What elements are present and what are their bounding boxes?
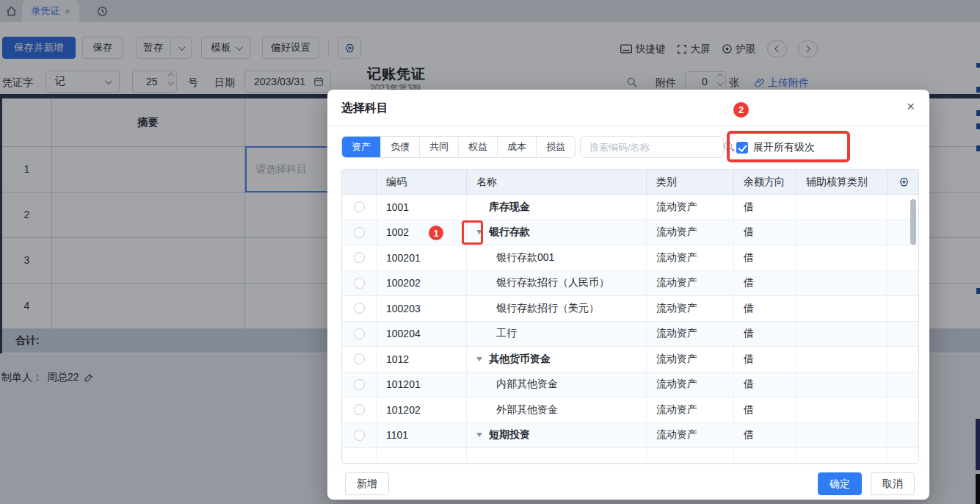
subject-code-text: 100204: [386, 328, 421, 339]
expand-caret[interactable]: [476, 357, 489, 361]
subject-code-text: 1001: [386, 201, 409, 213]
subject-code: 101202: [377, 397, 467, 422]
close-icon[interactable]: ×: [907, 99, 915, 113]
subject-aux-type: [796, 322, 888, 347]
subject-radio[interactable]: [342, 423, 377, 448]
subject-direction: 借: [734, 322, 796, 347]
expand-caret[interactable]: [476, 433, 489, 437]
subject-tab-2[interactable]: 负债: [380, 137, 419, 157]
subject-row-100202[interactable]: 100202银行存款招行（人民币）流动资产借: [342, 271, 918, 297]
subject-row-100203[interactable]: 100203银行存款招行（美元）流动资产借: [342, 296, 918, 322]
triangle-down-icon: [476, 433, 482, 437]
subject-row-end: [888, 397, 919, 422]
subject-name: 外部其他资金: [467, 397, 647, 422]
subject-table-header: 编码 名称 类别 余额方向 辅助核算类别: [342, 170, 918, 195]
subject-row-100204[interactable]: 100204工行流动资产借: [342, 322, 918, 348]
radio-icon[interactable]: [354, 227, 365, 238]
table-scrollbar-thumb[interactable]: [910, 199, 916, 245]
column-settings-button[interactable]: [888, 170, 919, 194]
subject-aux-type: [796, 372, 888, 397]
subject-aux-type: [796, 220, 888, 245]
expand-all-checkbox[interactable]: [736, 142, 748, 154]
subject-category: 流动资产: [647, 245, 734, 270]
subject-row-end: [888, 296, 919, 321]
expand-caret[interactable]: [476, 230, 489, 234]
subject-name: 银行存款001: [467, 245, 647, 270]
search-icon[interactable]: [723, 141, 735, 153]
subject-category: 流动资产: [647, 220, 734, 245]
subject-category: 流动资产: [647, 195, 734, 220]
subject-radio[interactable]: [342, 347, 377, 372]
subject-row-end: [888, 423, 919, 448]
subject-radio[interactable]: [342, 397, 377, 422]
subject-direction: 借: [734, 220, 796, 245]
subject-code: 1012: [377, 347, 467, 372]
screen: 录凭证 × 保存并新增 保存 暂存 模板 偏好设置 快捷键: [0, 0, 980, 504]
subject-code: 1002: [377, 220, 467, 245]
subject-radio[interactable]: [342, 245, 377, 270]
subject-radio[interactable]: [342, 220, 377, 245]
subject-name-text: 工行: [496, 327, 517, 340]
subject-category: 流动资产: [647, 397, 734, 422]
subject-name: 其他货币资金: [467, 347, 647, 372]
subject-aux-type: [796, 245, 888, 270]
subject-tab-1[interactable]: 资产: [342, 137, 380, 157]
radio-icon[interactable]: [354, 303, 365, 314]
subject-radio[interactable]: [342, 372, 377, 397]
subject-radio[interactable]: [342, 195, 377, 220]
subject-search-input[interactable]: [581, 142, 723, 153]
empty-cell: [467, 448, 647, 464]
subject-radio[interactable]: [342, 322, 377, 347]
radio-icon[interactable]: [354, 353, 365, 364]
subject-name-text: 外部其他资金: [496, 403, 558, 417]
subject-direction: 借: [734, 271, 796, 296]
subject-direction: 借: [734, 372, 796, 397]
subject-row-101202[interactable]: 101202外部其他资金流动资产借: [342, 397, 918, 423]
radio-icon[interactable]: [354, 252, 365, 263]
subject-code: 100202: [377, 271, 467, 296]
subject-row-101201[interactable]: 101201内部其他资金流动资产借: [342, 372, 918, 398]
subject-code-text: 101201: [386, 378, 421, 390]
subject-radio[interactable]: [342, 296, 377, 321]
dialog-footer: 新增 确定 取消: [327, 464, 929, 500]
empty-cell: [342, 448, 377, 464]
radio-icon[interactable]: [354, 404, 365, 415]
subject-tab-6[interactable]: 损益: [536, 137, 575, 157]
radio-icon[interactable]: [354, 201, 365, 212]
subject-row-1101[interactable]: 1101短期投资流动资产借: [342, 423, 918, 449]
subject-row-end: [888, 347, 919, 372]
subject-search-box[interactable]: [580, 136, 724, 158]
empty-cell: [377, 448, 467, 464]
code-column-header: 编码: [377, 170, 467, 194]
subject-name: 库存现金: [467, 195, 647, 220]
radio-icon[interactable]: [354, 328, 365, 339]
subject-direction: 借: [734, 296, 796, 321]
subject-name-text: 库存现金: [489, 201, 530, 214]
subject-name: 工行: [467, 322, 647, 347]
expand-all-levels-control[interactable]: 展开所有级次: [736, 141, 815, 154]
cancel-button[interactable]: 取消: [871, 472, 915, 495]
subject-row-1012[interactable]: 1012其他货币资金流动资产借: [342, 347, 918, 372]
add-subject-button[interactable]: 新增: [345, 472, 389, 495]
subject-aux-type: [796, 423, 888, 448]
subject-direction: 借: [734, 397, 796, 422]
subject-radio[interactable]: [342, 271, 377, 296]
subject-tab-5[interactable]: 成本: [497, 137, 536, 157]
subject-table: 编码 名称 类别 余额方向 辅助核算类别 1001库存现金流动资产借1002银行…: [341, 169, 919, 464]
empty-cell: [796, 448, 888, 464]
gear-icon: [899, 176, 910, 187]
subject-direction: 借: [734, 423, 796, 448]
subject-name: 银行存款招行（人民币）: [467, 271, 647, 296]
subject-category-tabs: 资产负债共同权益成本损益: [341, 136, 576, 158]
subject-row-100201[interactable]: 100201银行存款001流动资产借: [342, 245, 918, 271]
subject-tab-4[interactable]: 权益: [458, 137, 497, 157]
subject-tab-3[interactable]: 共同: [419, 137, 458, 157]
subject-code-text: 1002: [386, 226, 409, 238]
subject-row-1001[interactable]: 1001库存现金流动资产借: [342, 195, 918, 220]
subject-code: 100201: [377, 245, 467, 270]
radio-icon[interactable]: [354, 430, 365, 441]
triangle-down-icon: [476, 230, 482, 234]
radio-icon[interactable]: [354, 278, 365, 289]
radio-icon[interactable]: [354, 379, 365, 390]
confirm-button[interactable]: 确定: [818, 472, 862, 495]
